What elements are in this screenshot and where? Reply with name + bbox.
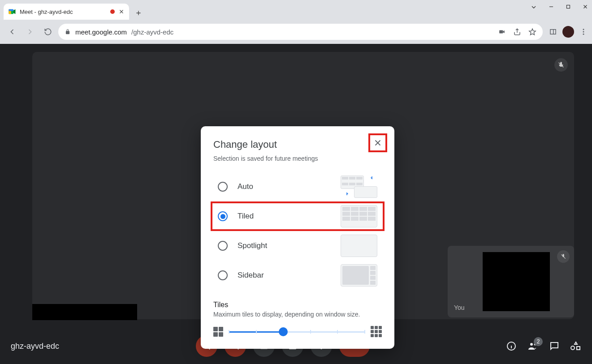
window-controls	[530, 4, 588, 11]
lock-icon	[65, 29, 71, 35]
svg-point-16	[530, 343, 533, 346]
bookmark-icon[interactable]	[528, 28, 536, 36]
svg-rect-2	[9, 9, 14, 11]
forward-button[interactable]	[22, 24, 38, 39]
dialog-title: Change layout	[213, 139, 382, 150]
slider-thumb[interactable]	[279, 327, 288, 336]
meeting-details-button[interactable]	[506, 341, 517, 351]
right-controls: 2	[506, 341, 581, 351]
layout-preview-tiled-icon	[341, 205, 377, 227]
tab-strip: Meet - ghz-ayvd-edc	[0, 0, 592, 20]
layout-option-label: Tiled	[238, 212, 331, 221]
tiles-slider[interactable]	[229, 327, 365, 336]
layout-preview-spotlight-icon	[341, 235, 377, 257]
tab-title: Meet - ghz-ayvd-edc	[20, 9, 107, 15]
address-bar[interactable]: meet.google.com/ghz-ayvd-edc	[58, 24, 543, 40]
window-close-button[interactable]	[582, 4, 588, 11]
layout-option-auto[interactable]: Auto	[213, 172, 382, 201]
change-layout-dialog: Change layout Selection is saved for fut…	[201, 126, 394, 349]
svg-rect-3	[567, 5, 570, 9]
layout-option-sidebar[interactable]: Sidebar	[213, 261, 382, 290]
layout-preview-auto-icon	[341, 176, 377, 198]
layout-option-tiled[interactable]: Tiled	[211, 201, 385, 231]
radio-icon	[218, 241, 228, 251]
layout-option-label: Spotlight	[238, 241, 331, 250]
tab-close-button[interactable]	[118, 9, 125, 15]
tab-search-button[interactable]	[530, 4, 537, 11]
self-video	[483, 252, 550, 311]
svg-point-8	[583, 34, 584, 35]
radio-icon	[218, 211, 228, 221]
meet-favicon-icon	[8, 8, 16, 16]
window-minimize-button[interactable]	[548, 4, 554, 11]
new-tab-button[interactable]	[132, 6, 145, 20]
participants-button[interactable]: 2	[527, 341, 538, 351]
self-muted-icon	[557, 250, 570, 263]
chat-button[interactable]	[549, 341, 560, 351]
window-maximize-button[interactable]	[565, 4, 571, 11]
url-path: /ghz-ayvd-edc	[131, 28, 173, 36]
share-icon[interactable]	[513, 28, 521, 36]
back-button[interactable]	[4, 24, 20, 39]
tiles-slider-subtitle: Maximum tiles to display, depending on w…	[213, 311, 382, 318]
camera-indicator-icon[interactable]	[498, 29, 506, 35]
profile-avatar[interactable]	[562, 26, 574, 38]
meet-app: You ghz-ayvd-edc 2 Change layout Selec	[0, 44, 592, 364]
tiles-max-icon	[371, 326, 382, 337]
svg-point-7	[583, 31, 584, 33]
dialog-subtitle: Selection is saved for future meetings	[213, 155, 382, 162]
layout-preview-sidebar-icon	[341, 264, 377, 287]
layout-option-spotlight[interactable]: Spotlight	[213, 231, 382, 261]
svg-point-6	[583, 29, 584, 30]
dialog-close-button[interactable]	[371, 136, 385, 150]
browser-tab[interactable]: Meet - ghz-ayvd-edc	[4, 4, 129, 20]
activities-button[interactable]	[570, 341, 581, 351]
layout-option-label: Sidebar	[238, 271, 331, 280]
participant-muted-icon	[554, 58, 568, 72]
self-label: You	[454, 304, 465, 311]
participants-count-badge: 2	[534, 337, 543, 346]
layout-option-label: Auto	[238, 182, 331, 191]
annotation-highlight-close	[368, 133, 387, 152]
browser-chrome: Meet - ghz-ayvd-edc meet.google.com/ghz-…	[0, 0, 592, 44]
reload-button[interactable]	[40, 24, 56, 39]
tiles-slider-title: Tiles	[213, 301, 382, 309]
name-redacted	[32, 304, 137, 320]
browser-toolbar: meet.google.com/ghz-ayvd-edc	[0, 20, 592, 44]
browser-menu-button[interactable]	[579, 28, 588, 36]
side-panel-icon[interactable]	[549, 28, 557, 36]
meeting-code: ghz-ayvd-edc	[11, 342, 59, 351]
radio-icon	[218, 270, 228, 280]
recording-dot-icon	[110, 9, 115, 14]
radio-icon	[218, 182, 228, 192]
url-host: meet.google.com	[75, 28, 127, 36]
self-view[interactable]: You	[448, 246, 574, 317]
tiles-min-icon	[213, 327, 223, 337]
svg-rect-4	[499, 30, 503, 34]
